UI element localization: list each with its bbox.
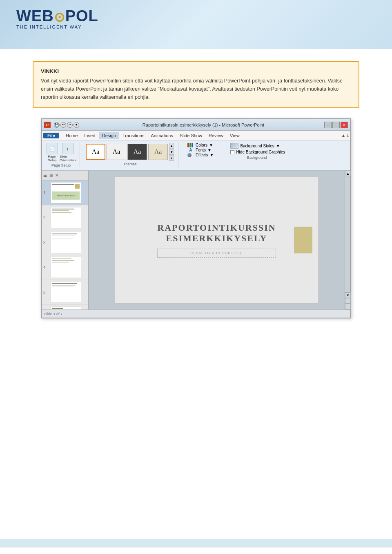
close-button[interactable]: ✕ xyxy=(341,122,348,128)
help-icon[interactable]: ▲ xyxy=(341,133,345,138)
page-setup-controls: 📄 PageSetup ↕ SlideOrientation xyxy=(47,143,76,162)
colors-btn[interactable]: Colors ▼ xyxy=(187,143,214,147)
window-controls: ─ □ ✕ xyxy=(324,122,348,128)
file-menu-button[interactable]: File xyxy=(43,133,59,138)
header: WEB⊙POL THE INTELLIGENT WAY xyxy=(0,0,392,49)
slide-preview-6 xyxy=(51,307,81,309)
orientation-label: SlideOrientation xyxy=(60,155,76,162)
slide-thumb-3[interactable]: 3 xyxy=(42,230,88,255)
maximize-button[interactable]: □ xyxy=(332,122,340,128)
slide-subtitle-text: CLICK TO ADD SUBTITLE xyxy=(190,251,243,255)
ribbon-page-setup: 📄 PageSetup ↕ SlideOrientation Page Setu… xyxy=(45,142,80,168)
effects-label: Effects xyxy=(196,153,208,157)
customize-icon[interactable]: ▼ xyxy=(74,122,79,128)
slide-thumb-2[interactable]: 2 xyxy=(42,205,88,230)
undo-icon[interactable]: ↩ xyxy=(60,122,66,128)
menu-design[interactable]: Design xyxy=(99,132,119,139)
slides-panel-close[interactable]: ✕ xyxy=(55,173,58,178)
window-title: Raportointikurssin esimerkkikysely (1) -… xyxy=(82,122,324,127)
title-bar-icons: P xyxy=(44,122,51,128)
effects-btn[interactable]: Effects ▼ xyxy=(187,153,214,157)
menu-home[interactable]: Home xyxy=(62,132,81,139)
colors-label: Colors xyxy=(196,143,207,147)
save-icon[interactable]: 💾 xyxy=(54,122,60,128)
hide-bg-label: Hide Background Graphics xyxy=(236,150,285,154)
slide-thumb-6[interactable]: 6 xyxy=(42,305,88,309)
menu-transitions[interactable]: Transitions xyxy=(119,132,147,139)
bg-styles-label: Background Styles xyxy=(240,144,274,148)
slide-preview-1: RAPORTOINTIKURSSIN xyxy=(51,182,81,203)
fonts-btn[interactable]: A Fonts ▼ xyxy=(187,148,214,152)
themes-dropdown[interactable]: ▾ xyxy=(169,155,174,161)
menu-bar: File Home Insert Design Transitions Anim… xyxy=(42,131,350,140)
page-setup-btn[interactable]: 📄 PageSetup xyxy=(47,143,58,162)
menu-view[interactable]: View xyxy=(227,132,243,139)
slide-title-line1: RAPORTOINTIKURSSIN xyxy=(157,222,276,233)
effects-dropdown[interactable]: ▼ xyxy=(209,153,214,157)
theme-4[interactable]: Aa xyxy=(148,144,168,160)
slide-main-content: RAPORTOINTIKURSSIN ESIMERKKIKYSELY CLICK… xyxy=(157,222,276,258)
tip-box: VINKKI Voit nyt viedä raportit PowerPoin… xyxy=(33,61,359,108)
page-setup-label: Page Setup xyxy=(51,163,71,167)
redo-icon[interactable]: ↪ xyxy=(67,122,73,128)
slide-decoration xyxy=(294,227,312,254)
scrollbar-track xyxy=(345,176,350,292)
slide-num-3: 3 xyxy=(43,240,49,245)
main-content: VINKKI Voit nyt viedä raportit PowerPoin… xyxy=(0,49,392,539)
slide-num-2: 2 xyxy=(43,216,49,220)
bg-styles-icon xyxy=(230,143,238,149)
scrollbar-up[interactable]: ▲ xyxy=(345,171,351,176)
ribbon-themes: Aa Aa Aa Aa ▲ ▼ ▾ Themes xyxy=(84,142,178,167)
themes-row: Aa Aa Aa Aa ▲ ▼ ▾ xyxy=(86,143,174,161)
slide-preview-3 xyxy=(51,232,81,253)
ribbon-cfe: Colors ▼ A Fonts ▼ Effects xyxy=(183,142,219,158)
quick-access-toolbar: 💾 ↩ ↪ ▼ xyxy=(54,122,79,128)
menu-insert[interactable]: Insert xyxy=(81,132,99,139)
menu-review[interactable]: Review xyxy=(205,132,227,139)
slide-orientation-btn[interactable]: ↕ SlideOrientation xyxy=(60,143,76,162)
theme-1[interactable]: Aa xyxy=(86,144,105,160)
scrollbar-down[interactable]: ▼ xyxy=(345,292,351,298)
bg-styles-dropdown[interactable]: ▼ xyxy=(276,144,280,148)
ppt-body: ☰ ⊞ ✕ 1 RAPORTOINTIKURSSIN xyxy=(42,171,350,309)
slide-thumb-1[interactable]: 1 RAPORTOINTIKURSSIN xyxy=(42,180,88,205)
tip-text: Voit nyt viedä raportit PowerPointiin si… xyxy=(41,77,351,101)
colors-dropdown[interactable]: ▼ xyxy=(209,143,213,147)
themes-scroll-up[interactable]: ▲ xyxy=(169,143,174,149)
slide-preview-2 xyxy=(51,207,81,228)
ppt-app-icon: P xyxy=(44,122,51,128)
info-icon[interactable]: ℹ xyxy=(347,133,349,138)
slide-canvas: RAPORTOINTIKURSSIN ESIMERKKIKYSELY CLICK… xyxy=(115,177,319,303)
hide-bg-checkbox[interactable] xyxy=(230,150,234,154)
hide-bg-btn[interactable]: Hide Background Graphics xyxy=(230,150,285,154)
status-slide-count: Slide 1 of 7 xyxy=(44,312,62,316)
logo-container: WEB⊙POL THE INTELLIGENT WAY xyxy=(16,8,376,29)
title-bar: P 💾 ↩ ↪ ▼ Raportointikurssin esimerkkiky… xyxy=(42,119,350,131)
tip-title: VINKKI xyxy=(41,68,351,74)
menu-animations[interactable]: Animations xyxy=(147,132,176,139)
main-slide-area: RAPORTOINTIKURSSIN ESIMERKKIKYSELY CLICK… xyxy=(89,171,345,309)
minimize-button[interactable]: ─ xyxy=(324,122,332,128)
themes-scroll-down[interactable]: ▼ xyxy=(169,149,174,155)
slide-thumb-5[interactable]: 5 xyxy=(42,280,88,305)
slide-subtitle-area[interactable]: CLICK TO ADD SUBTITLE xyxy=(157,249,276,258)
right-scrollbar[interactable]: ▲ ▼ ⋮ ⋮ xyxy=(345,171,350,309)
slides-panel-grid: ⊞ xyxy=(49,173,53,178)
cfe-controls: Colors ▼ A Fonts ▼ Effects xyxy=(186,143,214,157)
scrollbar-menu2[interactable]: ⋮ xyxy=(345,304,351,309)
slide-title: RAPORTOINTIKURSSIN ESIMERKKIKYSELY xyxy=(157,222,276,244)
scrollbar-menu[interactable]: ⋮ xyxy=(345,298,351,304)
orientation-icon: ↕ xyxy=(62,143,74,154)
page-label: PageSetup xyxy=(48,155,57,162)
slide-num-1: 1 xyxy=(43,191,49,195)
fonts-dropdown[interactable]: ▼ xyxy=(207,148,212,152)
footer: Webropol Oy Y-tunnus: 1773960-2 | Kotipa… xyxy=(0,547,392,554)
effects-icon xyxy=(187,153,194,157)
theme-3[interactable]: Aa xyxy=(127,144,147,160)
theme-2[interactable]: Aa xyxy=(107,144,126,160)
slide-thumb-4[interactable]: 4 xyxy=(42,255,88,280)
menu-slideshow[interactable]: Slide Show xyxy=(176,132,205,139)
bg-styles-btn[interactable]: Background Styles ▼ xyxy=(230,143,285,149)
ribbon: 📄 PageSetup ↕ SlideOrientation Page Setu… xyxy=(42,140,350,171)
page-icon: 📄 xyxy=(47,143,58,154)
